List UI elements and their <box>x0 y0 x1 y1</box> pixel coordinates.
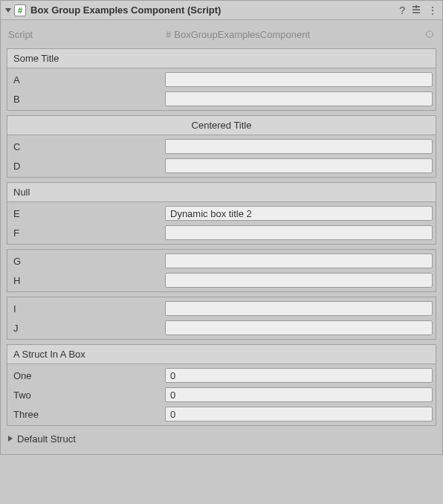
property-input[interactable] <box>165 139 433 154</box>
property-label: One <box>10 370 162 381</box>
property-row: G <box>10 251 433 271</box>
box-group: A Struct In A BoxOneTwoThree <box>7 344 436 426</box>
script-name: BoxGroupExamplesComponent <box>174 29 310 40</box>
property-label: D <box>10 161 162 172</box>
property-input[interactable] <box>165 320 433 335</box>
property-label: G <box>10 256 162 267</box>
property-input[interactable] <box>165 407 433 421</box>
property-label: F <box>10 227 162 239</box>
property-row: B <box>10 89 433 109</box>
property-row: C <box>10 137 433 156</box>
property-row: J <box>10 318 433 337</box>
header-icons: ? ⋮ <box>399 4 438 16</box>
box-body: EF <box>7 202 436 244</box>
property-row: H <box>10 271 433 290</box>
box-group: NullEF <box>7 182 436 245</box>
default-struct-label: Default Struct <box>17 433 76 445</box>
property-row: D <box>10 156 433 175</box>
box-body: AB <box>7 68 436 110</box>
property-label: H <box>10 275 162 286</box>
context-menu-icon[interactable]: ⋮ <box>427 5 438 16</box>
box-group: Centered TitleCD <box>7 115 436 178</box>
property-input[interactable] <box>165 225 433 240</box>
property-input[interactable] <box>165 91 433 106</box>
script-icon: # <box>14 4 26 16</box>
box-title: Some Title <box>7 49 436 68</box>
object-type-icon: # <box>166 29 171 40</box>
property-input[interactable] <box>165 301 433 316</box>
property-label: E <box>10 208 162 219</box>
property-row: E <box>10 204 433 223</box>
foldout-closed-icon <box>8 436 13 442</box>
box-title: Centered Title <box>7 116 436 135</box>
box-body: CD <box>7 135 436 177</box>
property-input[interactable] <box>165 158 433 173</box>
property-row: One <box>10 366 433 385</box>
component-header: # Box Group Examples Component (Script) … <box>1 1 442 20</box>
property-input[interactable] <box>165 368 433 383</box>
script-field[interactable]: # BoxGroupExamplesComponent <box>163 27 436 42</box>
property-input[interactable] <box>165 253 433 268</box>
property-label: J <box>10 323 162 334</box>
box-body: OneTwoThree <box>7 364 436 425</box>
script-label: Script <box>7 29 163 40</box>
component-inspector: # Box Group Examples Component (Script) … <box>0 0 443 455</box>
box-group: IJ <box>7 297 436 340</box>
help-icon[interactable]: ? <box>399 5 405 16</box>
property-row: Three <box>10 404 433 424</box>
property-input[interactable] <box>165 72 433 87</box>
object-picker-icon[interactable] <box>426 30 433 38</box>
property-input[interactable] <box>165 273 433 288</box>
script-row: Script # BoxGroupExamplesComponent <box>7 26 436 42</box>
property-label: C <box>10 141 162 152</box>
property-row: F <box>10 223 433 242</box>
property-input[interactable] <box>165 206 433 221</box>
property-row: Two <box>10 385 433 404</box>
default-struct-foldout[interactable]: Default Struct <box>7 430 436 447</box>
box-body: IJ <box>7 297 436 339</box>
property-row: I <box>10 299 433 318</box>
box-body: GH <box>7 250 436 291</box>
box-group: GH <box>7 249 436 292</box>
property-label: B <box>10 94 162 105</box>
preset-icon[interactable] <box>411 4 421 16</box>
property-label: Two <box>10 390 162 401</box>
property-label: Three <box>10 409 162 420</box>
foldout-toggle-icon[interactable] <box>5 8 11 13</box>
component-title: Box Group Examples Component (Script) <box>30 4 399 16</box>
property-input[interactable] <box>165 387 433 402</box>
property-label: I <box>10 303 162 314</box>
box-title: A Struct In A Box <box>7 345 436 364</box>
box-group: Some TitleAB <box>7 48 436 111</box>
property-row: A <box>10 70 433 89</box>
component-body: Script # BoxGroupExamplesComponent Some … <box>1 20 442 454</box>
property-label: A <box>10 74 162 85</box>
box-title: Null <box>7 183 436 202</box>
